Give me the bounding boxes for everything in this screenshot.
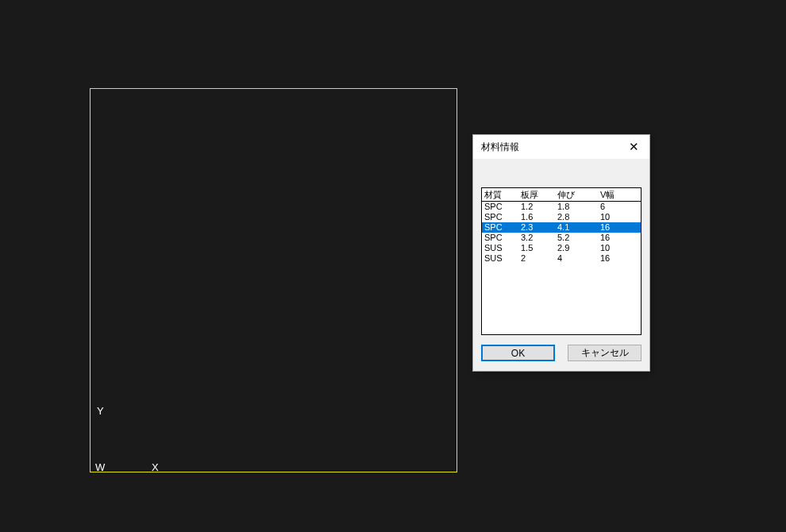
table-cell: 2.9 [555,243,598,253]
ok-button[interactable]: OK [481,345,555,361]
table-cell: 2.8 [555,212,598,222]
table-cell: 1.8 [555,202,598,213]
dialog-titlebar[interactable]: 材料情報 ✕ [473,135,649,159]
header-material[interactable]: 材質 [482,188,518,202]
table-row[interactable]: SPC1.62.810 [482,212,641,222]
table-cell: 16 [598,233,641,243]
axis-y-label: Y [97,405,104,417]
table-cell: 3.2 [518,233,555,243]
table-header-row: 材質 板厚 伸び V幅 [482,188,641,202]
table-cell: 1.5 [518,243,555,253]
table-cell: SPC [482,222,518,233]
table-cell: 16 [598,253,641,264]
material-info-dialog: 材料情報 ✕ 材質 板厚 伸び V幅 SPC1.21.86SPC1.62.810… [472,134,650,372]
header-vwidth[interactable]: V幅 [598,188,641,202]
table-cell: 1.6 [518,212,555,222]
table-cell: 2.3 [518,222,555,233]
table-row[interactable]: SPC1.21.86 [482,202,641,213]
dialog-title: 材料情報 [481,141,519,154]
axis-w-label: W [95,461,105,473]
axis-x-label: X [152,461,159,473]
close-button[interactable]: ✕ [618,135,649,159]
table-cell: SPC [482,233,518,243]
header-elongation[interactable]: 伸び [555,188,598,202]
material-table[interactable]: 材質 板厚 伸び V幅 SPC1.21.86SPC1.62.810SPC2.34… [482,188,641,264]
table-cell: SUS [482,253,518,264]
table-cell: 10 [598,212,641,222]
material-table-container: 材質 板厚 伸び V幅 SPC1.21.86SPC1.62.810SPC2.34… [481,187,642,335]
table-cell: SPC [482,202,518,213]
table-cell: 4 [555,253,598,264]
table-cell: 1.2 [518,202,555,213]
cancel-button[interactable]: キャンセル [568,345,642,361]
table-cell: 4.1 [555,222,598,233]
table-row[interactable]: SPC2.34.116 [482,222,641,233]
table-cell: 6 [598,202,641,213]
table-row[interactable]: SUS1.52.910 [482,243,641,253]
table-cell: 2 [518,253,555,264]
table-cell: 16 [598,222,641,233]
table-cell: SUS [482,243,518,253]
table-cell: 10 [598,243,641,253]
table-cell: SPC [482,212,518,222]
table-row[interactable]: SPC3.25.216 [482,233,641,243]
header-thickness[interactable]: 板厚 [518,188,555,202]
table-cell: 5.2 [555,233,598,243]
dialog-body: 材質 板厚 伸び V幅 SPC1.21.86SPC1.62.810SPC2.34… [473,159,649,345]
dialog-footer: OK キャンセル [473,345,649,371]
drawing-viewport[interactable] [90,88,457,472]
table-row[interactable]: SUS2416 [482,253,641,264]
